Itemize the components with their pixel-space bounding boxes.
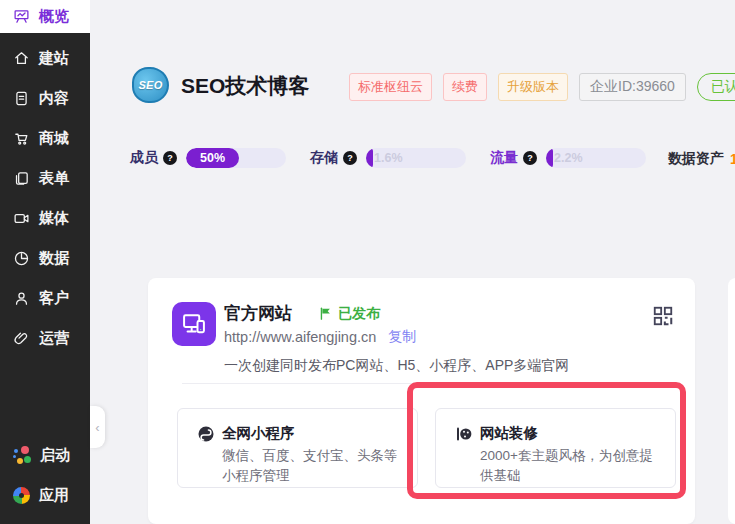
stat-label: 存储 xyxy=(310,149,338,167)
site-logo-text: SEO xyxy=(138,79,162,91)
next-card-partial xyxy=(728,278,735,524)
page-title: SEO技术博客 xyxy=(181,72,309,100)
content-icon xyxy=(13,90,30,107)
feature-card-miniprogram[interactable]: 全网小程序 微信、百度、支付宝、头条等小程序管理 xyxy=(177,408,418,488)
sidebar-menu: 建站 内容 商城 表单 xyxy=(0,38,90,358)
feature-description: 微信、百度、支付宝、头条等小程序管理 xyxy=(222,446,404,486)
overview-icon xyxy=(13,8,30,25)
help-icon[interactable]: ? xyxy=(343,151,357,165)
plan-badge[interactable]: 标准枢纽云 xyxy=(349,73,432,101)
upgrade-button[interactable]: 升级版本 xyxy=(498,73,568,101)
qr-code-button[interactable] xyxy=(652,305,674,327)
sidebar-item-launch[interactable]: 启动 xyxy=(0,435,90,475)
stat-storage: 存储 ? 1.6% xyxy=(310,148,466,168)
progress-value: 2.2% xyxy=(554,148,583,168)
operation-icon xyxy=(13,330,30,347)
stat-members: 成员 ? 50% xyxy=(130,148,286,168)
feature-description: 2000+套主题风格，为创意提供基础 xyxy=(480,446,662,486)
stat-traffic: 流量 ? 2.2% xyxy=(490,148,646,168)
storage-progress-bar: 1.6% xyxy=(366,148,466,168)
renew-button[interactable]: 续费 xyxy=(443,73,487,101)
official-site-card: 官方网站 已发布 http://www.aifengjing.cn 复制 一次创… xyxy=(148,278,695,524)
sidebar-item-label: 商城 xyxy=(39,129,69,148)
official-site-app-icon xyxy=(172,302,216,346)
sidebar: 概览 建站 内容 商城 表单 xyxy=(0,0,90,524)
sidebar-item-label: 概览 xyxy=(39,7,69,26)
header-badges: 标准枢纽云 续费 升级版本 企业ID:39660 已认证 xyxy=(349,73,735,101)
mall-icon xyxy=(13,130,30,147)
sidebar-item-label: 表单 xyxy=(39,169,69,188)
copy-url-link[interactable]: 复制 xyxy=(388,328,416,346)
customer-icon xyxy=(13,290,30,307)
sidebar-item-data[interactable]: 数据 xyxy=(0,238,90,278)
sidebar-item-site[interactable]: 建站 xyxy=(0,38,90,78)
members-progress-bar: 50% xyxy=(186,148,286,168)
site-description: 一次创建同时发布PC网站、H5、小程序、APP多端官网 xyxy=(224,357,569,375)
chevron-left-icon: ‹ xyxy=(95,420,99,435)
sidebar-item-form[interactable]: 表单 xyxy=(0,158,90,198)
sidebar-item-label: 建站 xyxy=(39,49,69,68)
traffic-progress-bar: 2.2% xyxy=(546,148,646,168)
sidebar-bottom: 启动 应用 xyxy=(0,435,90,515)
media-icon xyxy=(13,210,30,227)
site-url: http://www.aifengjing.cn xyxy=(224,329,376,345)
enterprise-id-badge: 企业ID:39660 xyxy=(579,73,686,101)
publish-status-label: 已发布 xyxy=(338,305,380,323)
decorate-icon xyxy=(456,426,472,446)
sidebar-item-label: 启动 xyxy=(40,446,70,465)
sidebar-item-media[interactable]: 媒体 xyxy=(0,198,90,238)
sidebar-item-customer[interactable]: 客户 xyxy=(0,278,90,318)
help-icon[interactable]: ? xyxy=(523,151,537,165)
sidebar-item-label: 应用 xyxy=(39,486,69,505)
verified-badge[interactable]: 已认证 xyxy=(697,73,735,101)
form-icon xyxy=(13,170,30,187)
site-name: 官方网站 xyxy=(224,302,292,325)
sidebar-item-overview[interactable]: 概览 xyxy=(0,0,90,33)
site-icon xyxy=(13,50,30,67)
sidebar-item-label: 客户 xyxy=(39,289,69,308)
assets-value: 1 xyxy=(730,151,735,167)
flag-icon xyxy=(318,306,333,321)
apps-icon xyxy=(13,487,30,504)
site-logo: SEO xyxy=(132,67,169,103)
feature-title: 网站装修 xyxy=(480,424,538,443)
monitor-phone-icon xyxy=(180,310,208,338)
stat-label: 流量 xyxy=(490,149,518,167)
progress-value: 50% xyxy=(200,151,225,165)
data-icon xyxy=(13,250,30,267)
sidebar-item-label: 运营 xyxy=(39,329,69,348)
sidebar-collapse-handle[interactable]: ‹ xyxy=(90,406,105,448)
qr-code-icon xyxy=(652,305,674,327)
stat-data-assets: 数据资产 1 xyxy=(668,150,735,168)
stat-label: 成员 xyxy=(130,149,158,167)
sidebar-item-operation[interactable]: 运营 xyxy=(0,318,90,358)
sidebar-item-apps[interactable]: 应用 xyxy=(0,475,90,515)
sidebar-item-mall[interactable]: 商城 xyxy=(0,118,90,158)
card-divider xyxy=(182,383,673,384)
sidebar-item-label: 数据 xyxy=(39,249,69,268)
sidebar-item-label: 内容 xyxy=(39,89,69,108)
feature-card-site-decorate[interactable]: 网站装修 2000+套主题风格，为创意提供基础 xyxy=(435,408,676,488)
sidebar-item-label: 媒体 xyxy=(39,209,69,228)
miniprogram-icon xyxy=(198,426,214,446)
publish-status: 已发布 xyxy=(318,305,380,323)
feature-title: 全网小程序 xyxy=(222,424,295,443)
launch-icon xyxy=(13,446,31,464)
sidebar-item-content[interactable]: 内容 xyxy=(0,78,90,118)
progress-value: 1.6% xyxy=(374,148,403,168)
stat-label: 数据资产 xyxy=(668,150,724,168)
help-icon[interactable]: ? xyxy=(163,151,177,165)
